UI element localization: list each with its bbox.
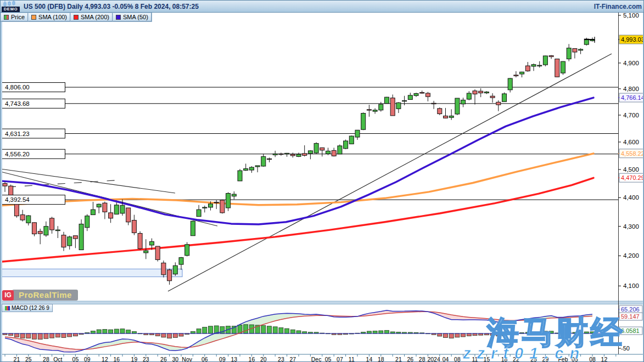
- candle-up: [285, 153, 289, 154]
- price-axis-tick-label: 4,200: [623, 252, 639, 259]
- date-axis-label: 16: [113, 356, 120, 362]
- candle-down: [432, 103, 436, 104]
- candle-up: [326, 151, 331, 154]
- macd-hist-up: [261, 325, 266, 333]
- legend-label: SMA (50): [123, 14, 148, 20]
- macd-hist-down: [44, 333, 48, 338]
- macd-hist-up: [120, 329, 125, 333]
- macd-hist-down: [467, 333, 471, 336]
- macd-hist-up: [296, 331, 301, 333]
- candle-down: [20, 215, 25, 220]
- candle-down: [126, 208, 131, 222]
- candle-down: [555, 59, 559, 77]
- candle-down: [14, 203, 19, 216]
- support-zone-band[interactable]: [1, 269, 182, 276]
- macd-hist-up: [373, 331, 377, 333]
- date-axis-label: 21: [14, 356, 20, 362]
- legend-tab-sma100[interactable]: SMA (100): [28, 13, 70, 21]
- price-axis-tick-label: 4,900: [623, 60, 639, 66]
- candle-up: [396, 103, 401, 109]
- date-axis-label: 08: [454, 356, 461, 362]
- candle-down: [138, 233, 142, 248]
- date-axis-label: 28: [43, 356, 49, 362]
- date-axis-label: 29: [542, 356, 549, 362]
- macd-hist-down: [38, 333, 42, 340]
- macd-tab-label: MACD (12 26 9: [12, 305, 49, 311]
- candle-up: [449, 116, 453, 117]
- date-axis-label: Nov: [182, 356, 192, 362]
- candle-down: [167, 270, 172, 281]
- candle-down: [514, 75, 518, 76]
- candle-up: [579, 49, 583, 50]
- candle-up: [173, 265, 177, 274]
- candle-down: [332, 150, 336, 156]
- sma100-swatch-icon: [31, 15, 36, 20]
- date-axis-label: 18: [501, 356, 508, 362]
- macd-hist-up: [197, 329, 201, 333]
- candle-up: [385, 97, 389, 104]
- candle-up: [197, 210, 201, 217]
- candle-down: [420, 93, 424, 93]
- macd-axis-label: 59.147: [621, 313, 640, 320]
- macd-hist-up: [203, 327, 207, 333]
- legend-label: SMA (200): [81, 14, 109, 20]
- date-axis-label: 04: [443, 356, 449, 362]
- date-axis-label: 06: [201, 356, 208, 362]
- macd-hist-down: [61, 333, 66, 337]
- demo-badge-wrap: DEMO: [2, 1, 20, 13]
- candle-down: [155, 246, 160, 259]
- price-axis-tick-label: 4,400: [623, 194, 639, 201]
- candle-up: [467, 93, 471, 99]
- macd-hist-down: [50, 333, 54, 338]
- candle-down: [425, 93, 430, 97]
- candle-down: [473, 91, 477, 94]
- date-axis-label: 19: [131, 356, 138, 362]
- candle-up: [191, 221, 195, 236]
- candle-up: [402, 100, 407, 101]
- prorealtime-logo: IG ProRealTime: [2, 290, 78, 301]
- price-axis-tick-label: 4,100: [623, 282, 639, 289]
- legend-tab-price[interactable]: Price: [1, 13, 28, 21]
- candle-down: [490, 96, 495, 98]
- candle-up: [296, 154, 301, 156]
- price-axis-tick-label: 4,800: [623, 86, 639, 92]
- candle-up: [308, 151, 312, 154]
- legend-label: SMA (100): [38, 14, 67, 20]
- candle-down: [438, 109, 442, 114]
- candle-up: [537, 65, 542, 66]
- level-label-text: 4,806.00: [5, 84, 30, 90]
- date-axis-label: 09: [84, 356, 91, 362]
- candle-up: [314, 143, 318, 152]
- candle-up: [249, 167, 254, 170]
- candle-up: [520, 72, 524, 74]
- candle-down: [496, 102, 501, 105]
- macd-hist-down: [32, 333, 37, 339]
- macd-hist-down: [155, 333, 160, 336]
- candle-up: [273, 154, 277, 155]
- macd-hist-down: [461, 333, 466, 337]
- candle-up: [55, 230, 60, 231]
- candle-up: [150, 241, 154, 245]
- macd-hist-up: [209, 326, 213, 333]
- legend-tab-sma200[interactable]: SMA (200): [70, 13, 113, 21]
- date-axis-label: 09: [219, 356, 226, 362]
- candle-up: [85, 216, 89, 228]
- macd-hist-down: [55, 333, 60, 337]
- candle-down: [320, 148, 324, 150]
- it-finance-brand: IT-Finance.com: [594, 3, 642, 10]
- candle-up: [508, 78, 512, 90]
- candle-up: [461, 100, 466, 104]
- legend-tab-sma50[interactable]: SMA (50): [113, 13, 152, 21]
- candle-up: [531, 65, 536, 66]
- macd-hist-down: [444, 333, 448, 337]
- macd-hist-down: [496, 333, 501, 336]
- macd-indicator-tab[interactable]: MACD (12 26 9: [2, 304, 53, 312]
- date-axis-label: 25: [25, 356, 32, 362]
- candle-down: [220, 200, 225, 213]
- level-label-text: 4,743.68: [5, 100, 30, 107]
- chart-canvas[interactable]: 4,806.004,743.684,631.234,556.204,392.54…: [1, 1, 644, 362]
- demo-badge: DEMO: [2, 7, 20, 12]
- level-label-text: 4,556.20: [5, 151, 30, 157]
- candle-down: [549, 55, 553, 56]
- candle-up: [91, 210, 96, 214]
